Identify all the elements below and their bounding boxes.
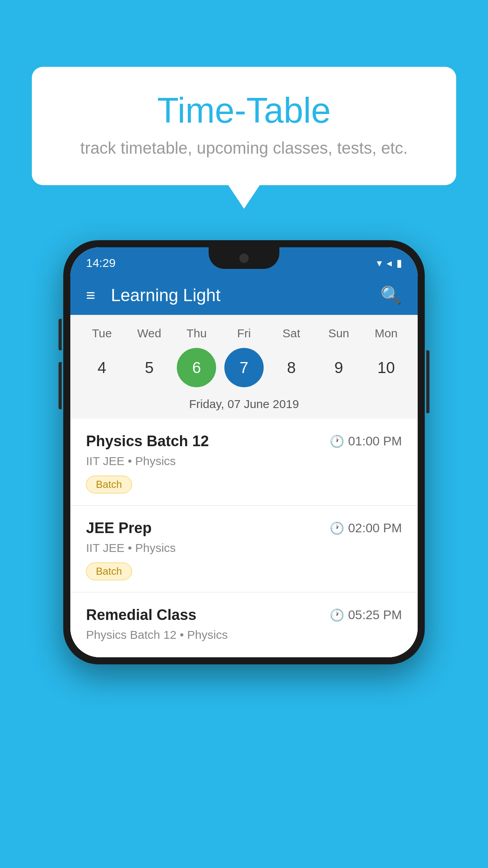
app-header: ≡ Learning Light 🔍 xyxy=(70,276,418,315)
day-sat: Sat xyxy=(272,327,311,340)
schedule-item-3-title: Remedial Class xyxy=(86,607,196,623)
phone-mockup: 14:29 ▾ ◂ ▮ ≡ Learning Light 🔍 Tue xyxy=(51,240,437,664)
phone-notch xyxy=(209,247,279,269)
batch-tag-2: Batch xyxy=(86,563,132,580)
day-sun: Sun xyxy=(319,327,358,340)
status-time: 14:29 xyxy=(86,256,116,270)
schedule-item-3-header: Remedial Class 🕐 05:25 PM xyxy=(86,607,402,623)
schedule-item-2-time-text: 02:00 PM xyxy=(348,521,402,535)
schedule-item-1-time-text: 01:00 PM xyxy=(348,434,402,449)
day-thu: Thu xyxy=(177,327,216,340)
wifi-icon: ▾ xyxy=(377,257,382,269)
search-icon[interactable]: 🔍 xyxy=(380,285,402,305)
schedule-item-2-time: 🕐 02:00 PM xyxy=(330,521,402,535)
schedule-item-3[interactable]: Remedial Class 🕐 05:25 PM Physics Batch … xyxy=(70,592,418,657)
days-header: Tue Wed Thu Fri Sat Sun Mon xyxy=(70,323,418,344)
schedule-list: Physics Batch 12 🕐 01:00 PM IIT JEE • Ph… xyxy=(70,419,418,657)
speech-bubble-section: Time-Table track timetable, upcoming cla… xyxy=(32,67,456,209)
schedule-item-2-title: JEE Prep xyxy=(86,520,152,537)
date-5[interactable]: 5 xyxy=(130,348,169,387)
date-10[interactable]: 10 xyxy=(367,348,406,387)
schedule-item-1-subtitle: IIT JEE • Physics xyxy=(86,454,402,468)
date-6-today[interactable]: 6 xyxy=(177,348,216,387)
speech-bubble-arrow xyxy=(228,185,260,209)
date-8[interactable]: 8 xyxy=(272,348,311,387)
schedule-item-3-time-text: 05:25 PM xyxy=(348,608,402,622)
speech-bubble: Time-Table track timetable, upcoming cla… xyxy=(32,67,456,185)
power-button xyxy=(426,350,429,413)
app-title: Learning Light xyxy=(111,285,380,305)
volume-down-button xyxy=(59,362,62,409)
clock-icon-3: 🕐 xyxy=(330,608,344,622)
calendar-strip: Tue Wed Thu Fri Sat Sun Mon 4 5 6 7 8 9 … xyxy=(70,315,418,419)
schedule-item-2-header: JEE Prep 🕐 02:00 PM xyxy=(86,520,402,537)
phone-frame: 14:29 ▾ ◂ ▮ ≡ Learning Light 🔍 Tue xyxy=(63,240,425,664)
dates-row: 4 5 6 7 8 9 10 xyxy=(70,344,418,394)
volume-up-button xyxy=(59,319,62,350)
schedule-item-1-time: 🕐 01:00 PM xyxy=(330,434,402,449)
clock-icon-2: 🕐 xyxy=(330,521,344,535)
feature-title: Time-Table xyxy=(63,90,425,131)
day-wed: Wed xyxy=(130,327,169,340)
camera xyxy=(239,254,249,263)
schedule-item-1[interactable]: Physics Batch 12 🕐 01:00 PM IIT JEE • Ph… xyxy=(70,419,418,506)
clock-icon-1: 🕐 xyxy=(330,434,344,448)
schedule-item-3-time: 🕐 05:25 PM xyxy=(330,608,402,622)
date-4[interactable]: 4 xyxy=(82,348,121,387)
date-7-selected[interactable]: 7 xyxy=(224,348,264,387)
schedule-item-1-title: Physics Batch 12 xyxy=(86,433,209,450)
date-9[interactable]: 9 xyxy=(319,348,358,387)
selected-date-label: Friday, 07 June 2019 xyxy=(70,394,418,419)
feature-subtitle: track timetable, upcoming classes, tests… xyxy=(63,139,425,158)
schedule-item-2[interactable]: JEE Prep 🕐 02:00 PM IIT JEE • Physics Ba… xyxy=(70,506,418,592)
day-tue: Tue xyxy=(82,327,121,340)
schedule-item-1-header: Physics Batch 12 🕐 01:00 PM xyxy=(86,433,402,450)
day-fri: Fri xyxy=(224,327,264,340)
schedule-item-2-subtitle: IIT JEE • Physics xyxy=(86,541,402,555)
schedule-item-3-subtitle: Physics Batch 12 • Physics xyxy=(86,628,402,642)
signal-icon: ◂ xyxy=(387,257,392,269)
status-icons: ▾ ◂ ▮ xyxy=(377,257,402,269)
day-mon: Mon xyxy=(367,327,406,340)
phone-screen: 14:29 ▾ ◂ ▮ ≡ Learning Light 🔍 Tue xyxy=(70,247,418,657)
hamburger-icon[interactable]: ≡ xyxy=(86,287,95,304)
status-bar: 14:29 ▾ ◂ ▮ xyxy=(70,247,418,276)
battery-icon: ▮ xyxy=(396,257,402,269)
batch-tag-1: Batch xyxy=(86,476,132,493)
